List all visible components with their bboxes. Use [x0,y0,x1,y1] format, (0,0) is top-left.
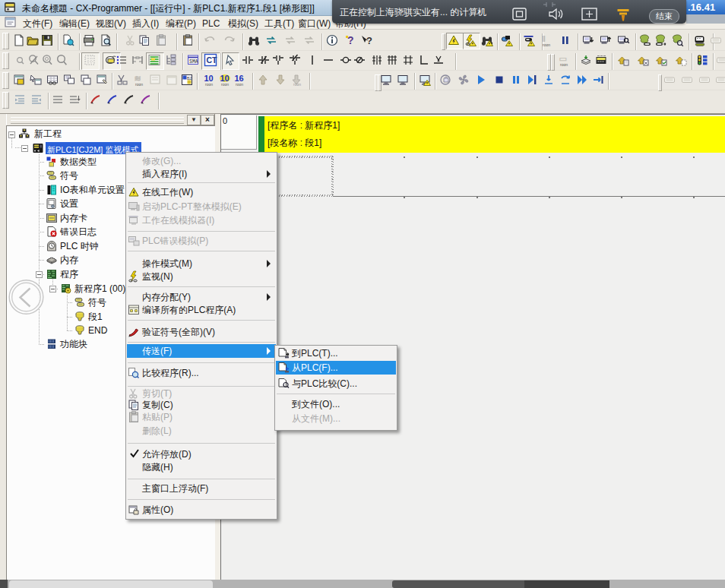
svg-text:roon: roon [293,82,301,87]
svg-text:roon: roon [221,82,229,87]
svg-text:roon: roon [560,62,568,67]
svg-text:?: ? [366,35,372,46]
svg-text:B2: B2 [187,76,192,81]
svg-text:roon: roon [205,82,213,87]
svg-text:roon: roon [236,82,243,87]
svg-text:SMA: SMA [189,59,198,65]
svg-text:?: ? [347,34,354,46]
svg-text:roon: roon [543,43,550,47]
svg-text:CT: CT [207,55,218,65]
svg-text:roon: roon [135,82,143,87]
